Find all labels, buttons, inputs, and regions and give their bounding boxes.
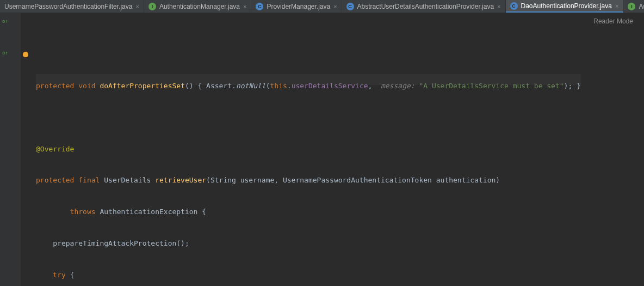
override-marker-icon[interactable]: o↑ [2,50,8,56]
code-text: AuthenticationException { [100,208,206,216]
close-icon[interactable]: × [497,3,500,10]
method-name: retrieveUser [155,176,206,184]
code-text: { [70,271,75,279]
editor-tabs: UsernamePasswordAuthenticationFilter.jav… [0,0,644,13]
interface-icon: I [148,3,156,10]
tab-label: Authenticat [639,3,644,10]
tab-daoauthenticationprovider[interactable]: C DaoAuthenticationProvider.java × [506,0,624,13]
class-icon: C [256,3,263,10]
tab-authenticationmanager[interactable]: I AuthenticationManager.java × [144,0,252,13]
tab-label: AuthenticationManager.java [159,3,240,10]
close-icon[interactable]: × [135,3,139,10]
tab-label: ProviderManager.java [267,3,330,10]
class-icon: C [510,2,518,10]
tab-label: UsernamePasswordAuthenticationFilter.jav… [4,3,132,10]
close-icon[interactable]: × [333,3,337,10]
code-editor[interactable]: protected void doAfterPropertiesSet() { … [21,13,581,286]
override-marker-icon[interactable]: o↑ [2,19,8,24]
tab-abstractuserdetailsprovider[interactable]: C AbstractUserDetailsAuthenticationProvi… [342,0,506,13]
tab-authentication-truncated[interactable]: I Authenticat [623,0,644,13]
code-text: . [287,82,292,90]
tab-label: AbstractUserDetailsAuthenticationProvide… [357,3,494,10]
reader-mode-button[interactable]: Reader Mode [593,17,633,25]
type: UserDetails [104,176,155,184]
code-text: ( [266,82,270,90]
tab-usernamepasswordfilter[interactable]: UsernamePasswordAuthenticationFilter.jav… [0,0,144,13]
code-text: prepareTimingAttackProtection(); [53,239,189,247]
keyword: protected [36,82,78,90]
field: userDetailsService [292,82,368,90]
keyword: try [53,271,70,279]
annotation: @Override [36,145,74,153]
code-text: , [368,82,377,90]
editor-area: o↑ o↑ protected void doAfterPropertiesSe… [0,13,644,286]
inlay-hint: message: [376,82,419,90]
string: "A UserDetailsService must be set" [419,82,564,90]
keyword: this [270,82,287,90]
close-icon[interactable]: × [615,3,618,9]
code-text: () { Assert. [185,82,236,90]
class-icon: C [346,3,354,10]
static-method: notNull [236,82,266,90]
code-text: (String username, UsernamePasswordAuthen… [206,176,500,184]
interface-icon: I [628,3,635,10]
code-text: ); } [564,82,581,90]
tab-providermanager[interactable]: C ProviderManager.java × [251,0,342,13]
close-icon[interactable]: × [243,3,246,10]
keyword: void [78,82,100,90]
keyword: protected final [36,176,104,184]
tab-label: DaoAuthenticationProvider.java [521,2,612,10]
keyword: throws [70,208,100,216]
method-name: doAfterPropertiesSet [100,82,185,90]
gutter[interactable]: o↑ o↑ [0,13,21,286]
